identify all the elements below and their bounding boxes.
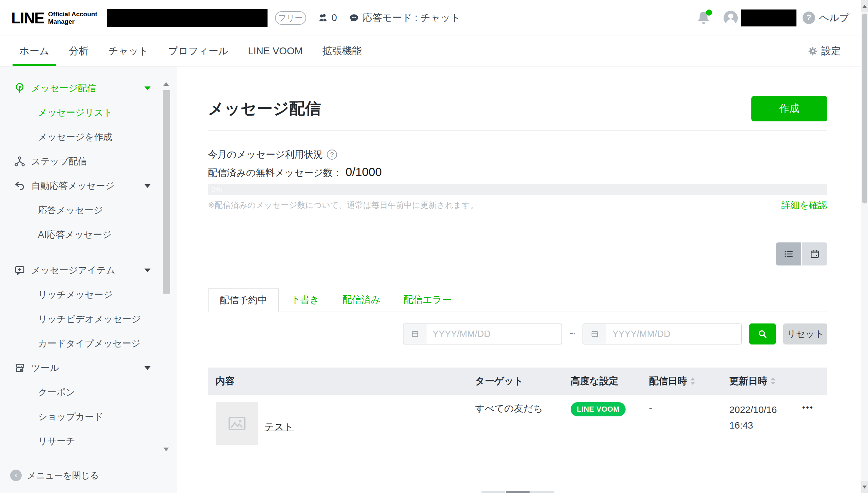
column-header-updated[interactable]: 更新日時 <box>722 375 827 388</box>
sidebar-item-create-message[interactable]: メッセージを作成 <box>0 125 177 149</box>
sidebar-item-message-broadcast[interactable]: メッセージ配信 <box>0 76 177 100</box>
sidebar-item-card-type-message[interactable]: カードタイプメッセージ <box>0 331 177 356</box>
column-header-advanced: 高度な設定 <box>563 375 641 388</box>
nav-tab-analytics[interactable]: 分析 <box>62 36 95 66</box>
sidebar-item-tools[interactable]: ツール <box>0 356 177 380</box>
shop-icon <box>14 362 26 374</box>
settings-button[interactable]: 設定 <box>808 36 841 66</box>
message-title-link[interactable]: テスト <box>264 420 294 433</box>
reset-button[interactable]: リセット <box>783 323 827 344</box>
pagination-next[interactable] <box>530 491 554 493</box>
sidebar-item-auto-response[interactable]: 自動応答メッセージ <box>0 174 177 198</box>
list-view-button[interactable] <box>776 242 801 265</box>
nav-tab-profile[interactable]: プロフィール <box>161 36 235 66</box>
account-avatar[interactable] <box>724 11 738 25</box>
create-button[interactable]: 作成 <box>751 96 827 121</box>
column-header-content: 内容 <box>208 375 467 388</box>
sidebar-item-rich-message[interactable]: リッチメッセージ <box>0 282 177 307</box>
notifications-button[interactable] <box>696 10 711 26</box>
sidebar-item-message-list[interactable]: メッセージリスト <box>0 100 177 125</box>
date-from-field <box>403 323 562 344</box>
free-messages-label: 配信済みの無料メッセージ数： <box>208 166 342 179</box>
table-header: 内容 ターゲット 高度な設定 配信日時 更新日時 <box>208 368 827 395</box>
calendar-view-button[interactable] <box>802 242 827 265</box>
image-placeholder-icon <box>227 414 247 433</box>
sort-icon[interactable] <box>771 377 775 385</box>
search-button[interactable] <box>749 323 776 344</box>
calendar-icon <box>809 249 820 259</box>
sidebar-item-ai-response-message[interactable]: AI応答メッセージ <box>0 222 177 247</box>
free-messages-value: 0/1000 <box>346 165 382 179</box>
nav-tab-extensions[interactable]: 拡張機能 <box>316 36 369 66</box>
help-icon[interactable]: ? <box>803 12 815 24</box>
response-mode-label: 応答モード : チャット <box>362 11 460 25</box>
nav-tab-line-voom[interactable]: LINE VOOM <box>241 36 309 66</box>
pagination[interactable] <box>481 491 554 493</box>
sidebar-scroll-down-arrow[interactable] <box>163 448 169 451</box>
chevron-down-icon <box>144 184 151 188</box>
pagination-current-page[interactable] <box>506 491 530 493</box>
row-target-cell: すべての友だち <box>467 402 563 415</box>
row-advanced-cell: LINE VOOM <box>563 402 641 416</box>
sidebar: メッセージ配信 メッセージリスト メッセージを作成 <box>0 66 177 493</box>
row-content-cell: テスト <box>208 402 467 445</box>
sidebar-item-rich-video-message[interactable]: リッチビデオメッセージ <box>0 307 177 331</box>
followers-count: 0 <box>332 12 337 23</box>
sidebar-item-response-message[interactable]: 応答メッセージ <box>0 198 177 222</box>
sidebar-item-shop-card[interactable]: ショップカード <box>0 405 177 429</box>
followers-counter[interactable]: 0 <box>318 12 337 23</box>
line-official-account-manager: LINE Official Account Manager フリー 0 <box>0 0 868 493</box>
sidebar-scrollbar-thumb[interactable] <box>163 90 170 294</box>
usage-title: 今月のメッセージ利用状況 <box>208 148 323 161</box>
tab-errors[interactable]: 配信エラー <box>392 288 463 312</box>
sidebar-item-research[interactable]: リサーチ <box>0 429 177 453</box>
message-thumbnail <box>216 402 258 445</box>
calendar-icon[interactable] <box>583 324 606 344</box>
date-to-field <box>583 323 742 344</box>
tab-sent[interactable]: 配信済み <box>331 288 392 312</box>
chevron-left-icon: ‹ <box>10 470 22 481</box>
updated-datetime: 2022/10/16 16:43 <box>729 402 777 433</box>
scrollbar-thumb[interactable] <box>862 14 867 203</box>
column-header-target: ターゲット <box>467 375 563 388</box>
scrollbar-up-arrow[interactable] <box>861 0 868 12</box>
message-plus-icon <box>14 264 26 276</box>
sidebar-item-coupon[interactable]: クーポン <box>0 380 177 405</box>
status-tabs: 配信予約中 下書き 配信済み 配信エラー <box>208 288 827 312</box>
line-logo-subtitle: Official Account Manager <box>48 11 97 25</box>
tab-scheduled[interactable]: 配信予約中 <box>208 288 279 312</box>
avatar-person-icon <box>728 14 733 19</box>
main-content: メッセージ配信 作成 今月のメッセージ利用状況 ? 配信済みの無料メッセージ数：… <box>177 66 868 493</box>
date-to-input[interactable] <box>606 329 741 339</box>
page-title: メッセージ配信 <box>208 98 321 119</box>
details-link[interactable]: 詳細を確認 <box>781 199 827 211</box>
more-options-icon[interactable]: ••• <box>802 403 814 433</box>
column-header-delivery[interactable]: 配信日時 <box>641 375 722 388</box>
chevron-down-icon <box>144 86 151 90</box>
page-scrollbar[interactable] <box>861 0 868 493</box>
sort-icon[interactable] <box>690 377 695 385</box>
calendar-icon[interactable] <box>403 324 427 344</box>
tab-drafts[interactable]: 下書き <box>279 288 331 312</box>
close-menu-button[interactable]: ‹ メニューを閉じる <box>10 465 99 486</box>
sidebar-scroll-up-arrow[interactable] <box>163 82 169 86</box>
nav-tab-chat[interactable]: チャット <box>101 36 155 66</box>
sidebar-item-step-broadcast[interactable]: ステップ配信 <box>0 149 177 174</box>
help-label[interactable]: ヘルプ <box>819 11 849 25</box>
response-mode[interactable]: 応答モード : チャット <box>349 11 460 25</box>
chat-bubble-icon <box>349 13 359 23</box>
plan-badge: フリー <box>275 11 306 25</box>
redacted-account-bar <box>107 9 268 27</box>
scrollbar-down-arrow[interactable] <box>861 481 868 493</box>
main-nav-tabs: ホーム 分析 チャット プロフィール LINE VOOM 拡張機能 <box>13 36 369 66</box>
date-from-input[interactable] <box>427 329 561 339</box>
table-row: テスト すべての友だち LINE VOOM - 2022/10/ <box>208 395 827 452</box>
broadcast-icon <box>14 82 26 94</box>
nav-tab-home[interactable]: ホーム <box>13 36 56 66</box>
pagination-prev[interactable] <box>481 491 505 493</box>
line-logo[interactable]: LINE Official Account Manager <box>11 9 97 27</box>
sidebar-item-message-items[interactable]: メッセージアイテム <box>0 258 177 282</box>
chevron-down-icon <box>144 269 151 272</box>
usage-progress-label: 0% <box>211 185 222 194</box>
usage-help-icon[interactable]: ? <box>327 150 337 160</box>
